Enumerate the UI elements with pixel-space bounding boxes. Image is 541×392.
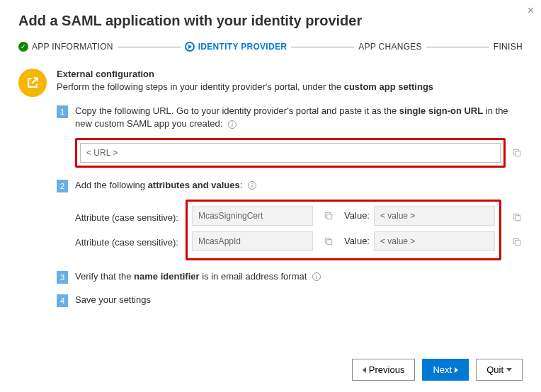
attribute-name-input-2[interactable] xyxy=(192,231,313,251)
attribute-label: Attribute (case sensitive): xyxy=(75,212,181,223)
step-number: 1 xyxy=(57,105,68,118)
dialog-title: Add a SAML application with your identit… xyxy=(18,13,523,29)
copy-icon[interactable] xyxy=(511,236,523,248)
attribute-value-input-2[interactable] xyxy=(374,231,495,251)
step-app-changes: APP CHANGES xyxy=(358,42,422,52)
instruction-text: Save your settings xyxy=(75,294,151,306)
step-app-information: ✓ APP INFORMATION xyxy=(18,42,113,52)
chevron-left-icon xyxy=(363,367,366,373)
info-icon[interactable] xyxy=(228,120,237,129)
step-label: APP CHANGES xyxy=(358,42,422,52)
attribute-label: Attribute (case sensitive): xyxy=(75,237,181,248)
step-label: IDENTITY PROVIDER xyxy=(198,42,287,52)
close-icon[interactable]: × xyxy=(528,4,534,17)
step-identity-provider: IDENTITY PROVIDER xyxy=(185,42,287,52)
instruction-1: 1 Copy the following URL. Go to your ide… xyxy=(57,105,523,130)
highlight-box-attributes: Value: Value: xyxy=(186,200,501,260)
info-icon[interactable] xyxy=(312,272,321,281)
step-label: APP INFORMATION xyxy=(32,42,113,52)
connector xyxy=(118,47,181,47)
step-number: 4 xyxy=(57,294,68,307)
attribute-name-input-1[interactable] xyxy=(192,206,313,226)
play-icon xyxy=(185,42,195,52)
instruction-text: Copy the following URL. Go to your ident… xyxy=(75,105,523,130)
previous-button[interactable]: Previous xyxy=(352,359,416,381)
highlight-box-url xyxy=(75,138,506,168)
instruction-3: 3 Verify that the name identifier is in … xyxy=(57,270,523,284)
info-icon[interactable] xyxy=(248,181,256,190)
check-icon: ✓ xyxy=(18,42,28,52)
stepper: ✓ APP INFORMATION IDENTITY PROVIDER APP … xyxy=(18,42,523,52)
copy-icon[interactable] xyxy=(323,210,334,221)
section-title: External configuration xyxy=(57,69,523,79)
footer-buttons: Previous Next Quit xyxy=(352,359,523,381)
chevron-right-icon xyxy=(455,367,458,373)
svg-rect-2 xyxy=(327,239,332,244)
chevron-down-icon xyxy=(506,368,512,371)
step-label: FINISH xyxy=(494,42,523,52)
instruction-text: Add the following attributes and values: xyxy=(75,179,256,192)
copy-icon[interactable] xyxy=(323,236,334,247)
instruction-text: Verify that the name identifier is in em… xyxy=(75,270,321,283)
copy-icon[interactable] xyxy=(511,147,523,158)
instruction-4: 4 Save your settings xyxy=(57,294,523,307)
step-number: 2 xyxy=(57,180,68,192)
section-description: Perform the following steps in your iden… xyxy=(57,81,523,93)
quit-button[interactable]: Quit xyxy=(476,359,523,381)
step-finish: FINISH xyxy=(494,42,523,52)
value-label: Value: xyxy=(338,236,370,246)
next-button[interactable]: Next xyxy=(422,359,469,381)
external-link-icon xyxy=(18,69,47,97)
value-label: Value: xyxy=(338,210,370,221)
attribute-value-input-1[interactable] xyxy=(374,206,495,226)
connector xyxy=(426,47,489,47)
svg-rect-3 xyxy=(516,216,520,221)
svg-rect-4 xyxy=(516,241,520,246)
sso-url-input[interactable] xyxy=(80,143,501,163)
svg-rect-1 xyxy=(327,214,332,219)
connector xyxy=(291,47,354,47)
copy-icon[interactable] xyxy=(511,212,523,223)
step-number: 3 xyxy=(57,271,68,284)
svg-rect-0 xyxy=(516,151,520,156)
instruction-2: 2 Add the following attributes and value… xyxy=(57,179,523,192)
